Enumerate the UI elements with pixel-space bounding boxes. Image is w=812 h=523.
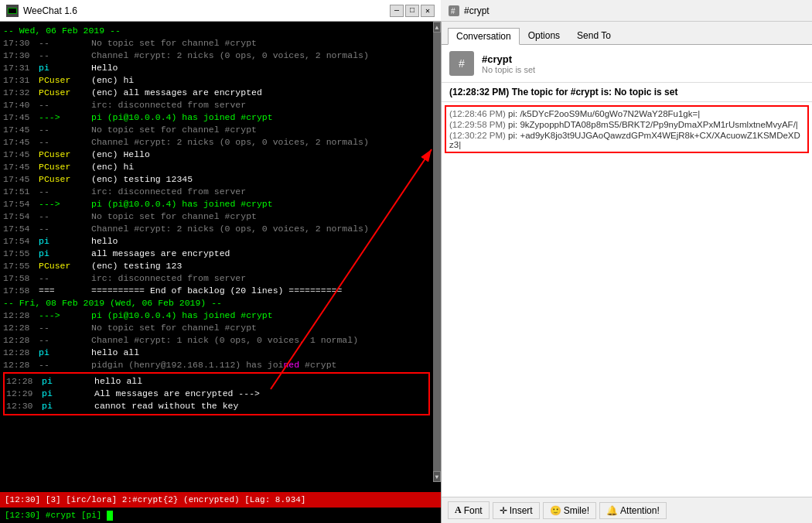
msg: hello all [91, 347, 139, 359]
msg: No topic set for channel #crypt [91, 210, 257, 223]
msg: No topic set for channel #crypt [91, 124, 257, 136]
nick: pi [39, 375, 94, 388]
msg-time: (12:28:46 PM) [449, 109, 506, 118]
chat-line: 17:45 PCuser (enc) hi [3, 161, 430, 173]
nick: PCuser [36, 161, 91, 173]
chat-line: 17:55 pi all messages are encrypted [3, 248, 430, 260]
tab-send-to[interactable]: Send To [568, 27, 619, 44]
nick: ---> [36, 111, 91, 124]
channel-info: # #crypt No topic is set [442, 45, 812, 83]
time: 17:54 [3, 198, 36, 210]
msg: Channel #crypt: 2 nicks (0 ops, 0 voices… [91, 136, 369, 149]
nick: PCuser [36, 74, 91, 87]
right-title-text: #crypt [464, 5, 490, 16]
chat-line: 17:30 -- No topic set for channel #crypt [3, 37, 430, 50]
time: 17:45 [3, 161, 36, 173]
attention-icon: 🔔 [606, 505, 618, 516]
msg: (enc) Hello [91, 149, 150, 161]
chat-line: 17:45 -- No topic set for channel #crypt [3, 124, 430, 136]
date-separator-1: -- Wed, 06 Feb 2019 -- [3, 25, 430, 37]
attention-button[interactable]: 🔔 Attention! [599, 502, 667, 519]
msg: (enc) hi [91, 74, 134, 87]
msg: No topic set for channel #crypt [91, 322, 257, 334]
time: 12:28 [3, 359, 36, 371]
channel-avatar: # [449, 51, 474, 76]
svg-text:#: # [451, 7, 455, 15]
hash-icon: # [449, 5, 459, 16]
chat-line: 17:40 -- irc: disconnected from server [3, 99, 430, 111]
msg-sender: pi: [508, 109, 520, 118]
tab-options[interactable]: Options [520, 27, 568, 44]
nick: -- [36, 334, 91, 347]
msg: hello all [94, 375, 142, 388]
time: 17:45 [3, 124, 36, 136]
tab-conversation[interactable]: Conversation [448, 28, 520, 45]
nick: pi [36, 235, 91, 248]
time: 17:54 [3, 235, 36, 248]
chat-scroll-area[interactable]: -- Wed, 06 Feb 2019 -- 17:30 -- No topic… [0, 22, 441, 492]
chat-line: 12:28 -- pidgin (henry@192.168.1.112) ha… [3, 359, 430, 371]
highlighted-region: 12:28 pi hello all 12:29 pi All messages… [3, 372, 430, 415]
time: 17:54 [3, 210, 36, 223]
minimize-button[interactable]: — [390, 5, 404, 17]
scroll-thumb [433, 32, 441, 471]
nick: -- [36, 37, 91, 50]
nick: -- [36, 322, 91, 334]
right-toolbar: A Font ✛ Insert 🙂 Smile! 🔔 Attention! [442, 497, 812, 523]
chat-line: 17:31 PCuser (enc) hi [3, 74, 430, 87]
channel-details: #crypt No topic is set [482, 53, 535, 74]
time: 17:51 [3, 186, 36, 198]
right-titlebar: # #crypt [441, 0, 812, 22]
smile-icon: 🙂 [550, 505, 561, 516]
chat-line: 17:55 PCuser (enc) testing 123 [3, 260, 430, 272]
insert-button[interactable]: ✛ Insert [493, 502, 540, 519]
font-button[interactable]: A Font [448, 501, 490, 519]
input-bar[interactable]: [12:30] #crypt [pi] [0, 508, 441, 523]
nick: -- [36, 272, 91, 285]
time: 17:55 [3, 260, 36, 272]
nick: === [36, 285, 91, 297]
messages-area[interactable]: (12:28:46 PM) pi: /k5DYcF2ooS9Mu/60gWo7N… [442, 102, 812, 497]
nick: pi [36, 248, 91, 260]
time: 12:30 [6, 400, 39, 412]
chat-line: 17:58 === ========== End of backlog (20 … [3, 285, 430, 297]
message-item-1: (12:28:46 PM) pi: /k5DYcF2ooS9Mu/60gWo7N… [448, 108, 806, 119]
msg: irc: disconnected from server [91, 272, 246, 285]
msg: Channel #crypt: 2 nicks (0 ops, 0 voices… [91, 50, 369, 62]
scroll-up-btn[interactable]: ▲ [433, 22, 441, 32]
msg: irc: disconnected from server [91, 99, 246, 111]
maximize-button[interactable]: □ [405, 5, 419, 17]
nick: PCuser [36, 149, 91, 161]
chat-line: 12:28 pi hello all [3, 347, 430, 359]
messages-red-box: (12:28:46 PM) pi: /k5DYcF2ooS9Mu/60gWo7N… [445, 105, 809, 153]
chat-line: 12:28 -- Channel #crypt: 1 nick (0 ops, … [3, 334, 430, 347]
time: 17:45 [3, 149, 36, 161]
msg: pidgin (henry@192.168.1.112) has joined … [91, 359, 336, 371]
time: 12:28 [6, 375, 39, 388]
titlebar-controls: — □ ✕ [390, 5, 435, 17]
nick: -- [36, 210, 91, 223]
msg: cannot read without the key [94, 400, 238, 412]
scroll-down-btn[interactable]: ▼ [433, 471, 441, 482]
time: 12:28 [3, 309, 36, 322]
date-separator-2: -- Fri, 08 Feb 2019 (Wed, 06 Feb 2019) -… [3, 297, 430, 309]
chat-line: 17:54 ---> pi (pi@10.0.0.4) has joined #… [3, 198, 430, 210]
insert-icon: ✛ [500, 505, 507, 516]
nick: pi [39, 400, 94, 412]
time: 12:28 [3, 347, 36, 359]
titlebar-left: WeeChat 1.6 [6, 5, 77, 17]
msg: pi (pi@10.0.0.4) has joined #crypt [91, 198, 273, 210]
msg: all messages are encrypted [91, 248, 230, 260]
nick: PCuser [36, 173, 91, 186]
tab-bar: Conversation Options Send To [442, 22, 812, 45]
time: 17:31 [3, 74, 36, 87]
msg-time: (12:29:58 PM) [449, 120, 506, 129]
msg: ========== End of backlog (20 lines) ===… [91, 285, 342, 297]
close-button[interactable]: ✕ [421, 5, 435, 17]
smile-button[interactable]: 🙂 Smile! [543, 502, 596, 519]
left-scrollbar[interactable]: ▲ ▼ [433, 22, 441, 482]
topic-bar: (12:28:32 PM) The topic for #crypt is: N… [442, 83, 812, 102]
time: 17:54 [3, 223, 36, 235]
nick: pi [36, 62, 91, 74]
nick: PCuser [36, 87, 91, 99]
